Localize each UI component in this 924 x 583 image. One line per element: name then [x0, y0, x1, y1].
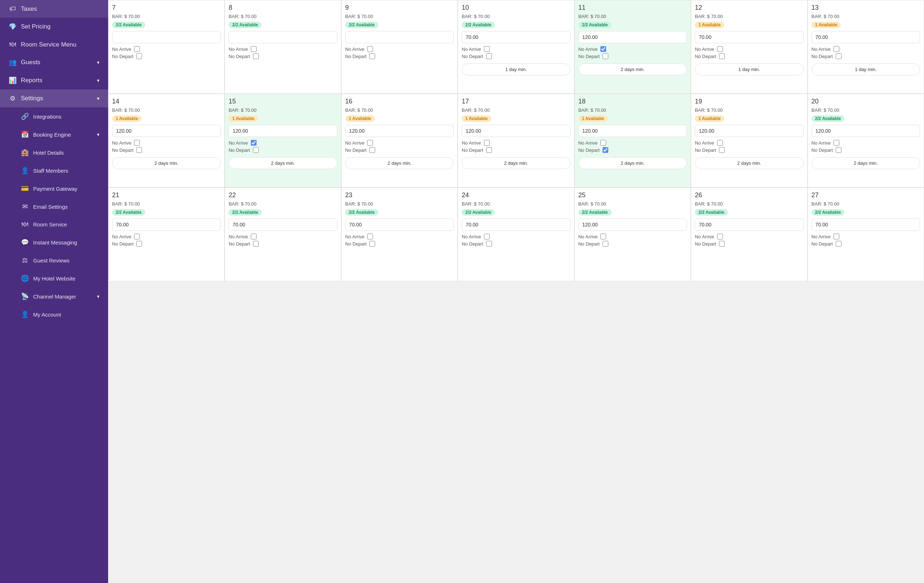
- price-input-17[interactable]: [462, 125, 570, 137]
- sidebar-item-payment-gateway[interactable]: 💳 Payment Gateway: [0, 180, 108, 198]
- no-depart-label-21: No Depart: [112, 241, 133, 247]
- price-input-22[interactable]: [228, 218, 337, 231]
- min-days-btn-11[interactable]: 2 days min.: [578, 63, 687, 75]
- min-days-btn-18[interactable]: 2 days min.: [578, 157, 687, 169]
- sidebar-item-room-service-menu[interactable]: 🍽 Room Service Menu: [0, 36, 108, 53]
- no-depart-checkbox-12[interactable]: [719, 53, 725, 59]
- no-depart-checkbox-27[interactable]: [836, 241, 842, 247]
- no-depart-checkbox-20[interactable]: [836, 147, 842, 153]
- no-arrive-checkbox-24[interactable]: [484, 234, 490, 239]
- no-depart-checkbox-11[interactable]: [602, 53, 608, 59]
- min-days-btn-15[interactable]: 2 days min.: [228, 157, 337, 169]
- no-arrive-checkbox-8[interactable]: [251, 46, 257, 52]
- sidebar-item-taxes[interactable]: 🏷 Taxes: [0, 0, 108, 18]
- sidebar-item-settings[interactable]: ⚙ Settings ▾: [0, 89, 108, 107]
- no-depart-checkbox-14[interactable]: [136, 147, 142, 153]
- no-arrive-checkbox-10[interactable]: [484, 46, 490, 52]
- no-arrive-checkbox-22[interactable]: [251, 234, 257, 239]
- no-arrive-checkbox-15[interactable]: [251, 140, 257, 146]
- no-depart-label-23: No Depart: [345, 241, 366, 247]
- sidebar-item-reports[interactable]: 📊 Reports ▾: [0, 71, 108, 89]
- no-depart-checkbox-22[interactable]: [253, 241, 259, 247]
- no-depart-checkbox-21[interactable]: [136, 241, 142, 247]
- price-input-12[interactable]: [695, 31, 803, 43]
- price-input-9[interactable]: [345, 31, 454, 43]
- no-depart-checkbox-24[interactable]: [486, 241, 492, 247]
- no-arrive-checkbox-20[interactable]: [833, 140, 839, 146]
- price-input-7[interactable]: [112, 31, 221, 43]
- min-days-btn-19[interactable]: 2 days min.: [695, 157, 803, 169]
- bar-price-7: BAR: $ 70.00: [112, 14, 221, 19]
- day-number-24: 24: [462, 192, 570, 199]
- price-input-25[interactable]: [578, 218, 687, 231]
- price-input-14[interactable]: [112, 125, 221, 137]
- no-depart-checkbox-10[interactable]: [486, 53, 492, 59]
- min-days-btn-17[interactable]: 2 days min.: [462, 157, 570, 169]
- sidebar-item-room-service[interactable]: 🍽 Room Service: [0, 216, 108, 233]
- no-arrive-checkbox-21[interactable]: [134, 234, 140, 239]
- no-arrive-checkbox-14[interactable]: [134, 140, 140, 146]
- no-arrive-checkbox-19[interactable]: [717, 140, 723, 146]
- min-days-btn-12[interactable]: 1 day min.: [695, 63, 803, 75]
- no-depart-checkbox-8[interactable]: [253, 53, 259, 59]
- price-input-23[interactable]: [345, 218, 454, 231]
- sidebar-item-instant-messaging[interactable]: 💬 Instant Messaging: [0, 233, 108, 251]
- price-input-27[interactable]: [812, 218, 920, 231]
- min-days-btn-20[interactable]: 2 days min.: [812, 157, 920, 169]
- sidebar-item-set-pricing[interactable]: 💎 Set Pricing: [0, 18, 108, 36]
- no-arrive-checkbox-12[interactable]: [717, 46, 723, 52]
- no-arrive-checkbox-17[interactable]: [484, 140, 490, 146]
- price-input-24[interactable]: [462, 218, 570, 231]
- no-arrive-checkbox-11[interactable]: [601, 46, 606, 52]
- price-input-13[interactable]: [812, 31, 920, 43]
- price-input-19[interactable]: [695, 125, 803, 137]
- no-arrive-checkbox-7[interactable]: [134, 46, 140, 52]
- price-input-15[interactable]: [228, 125, 337, 137]
- no-depart-checkbox-25[interactable]: [602, 241, 608, 247]
- sidebar-item-booking-engine[interactable]: 📅 Booking Engine ▾: [0, 126, 108, 144]
- price-input-11[interactable]: [578, 31, 687, 43]
- no-depart-checkbox-26[interactable]: [719, 241, 725, 247]
- no-arrive-checkbox-27[interactable]: [833, 234, 839, 239]
- no-depart-checkbox-23[interactable]: [370, 241, 375, 247]
- no-depart-checkbox-19[interactable]: [719, 147, 725, 153]
- no-arrive-checkbox-16[interactable]: [367, 140, 373, 146]
- no-arrive-checkbox-18[interactable]: [601, 140, 606, 146]
- min-days-btn-16[interactable]: 2 days min.: [345, 157, 454, 169]
- price-input-20[interactable]: [812, 125, 920, 137]
- min-days-btn-14[interactable]: 2 days min.: [112, 157, 221, 169]
- min-days-btn-10[interactable]: 1 day min.: [462, 63, 570, 75]
- sidebar-item-integrations[interactable]: 🔗 Integrations: [0, 107, 108, 126]
- no-arrive-checkbox-9[interactable]: [367, 46, 373, 52]
- price-input-10[interactable]: [462, 31, 570, 43]
- sidebar-item-channel-manager[interactable]: 📡 Channel Manager ▾: [0, 287, 108, 306]
- price-input-26[interactable]: [695, 218, 803, 231]
- no-arrive-checkbox-25[interactable]: [601, 234, 606, 239]
- no-depart-checkbox-16[interactable]: [370, 147, 375, 153]
- no-depart-checkbox-18[interactable]: [602, 147, 608, 153]
- price-input-8[interactable]: [228, 31, 337, 43]
- sidebar-item-guests[interactable]: 👥 Guests ▾: [0, 53, 108, 71]
- no-arrive-checkbox-13[interactable]: [833, 46, 839, 52]
- instant-messaging-icon: 💬: [21, 238, 29, 246]
- min-days-btn-13[interactable]: 1 day min.: [812, 63, 920, 75]
- sidebar-item-my-hotel-website[interactable]: 🌐 My Hotel Website: [0, 269, 108, 287]
- sidebar-item-email-settings[interactable]: ✉ Email Settings: [0, 198, 108, 216]
- no-depart-checkbox-15[interactable]: [253, 147, 259, 153]
- sidebar-item-guest-reviews[interactable]: ⚖ Guest Reviews: [0, 251, 108, 269]
- price-input-16[interactable]: [345, 125, 454, 137]
- price-input-18[interactable]: [578, 125, 687, 137]
- no-arrive-checkbox-23[interactable]: [367, 234, 373, 239]
- bar-price-12: BAR: $ 70.00: [695, 14, 803, 19]
- no-depart-checkbox-9[interactable]: [370, 53, 375, 59]
- availability-badge-9: 2/2 Available: [345, 21, 378, 28]
- price-input-21[interactable]: [112, 218, 221, 231]
- no-arrive-checkbox-26[interactable]: [717, 234, 723, 239]
- sidebar-item-staff-members[interactable]: 👤 Staff Members: [0, 162, 108, 180]
- no-depart-checkbox-13[interactable]: [836, 53, 842, 59]
- no-depart-checkbox-7[interactable]: [136, 53, 142, 59]
- sidebar-item-my-account[interactable]: 👤 My Account: [0, 306, 108, 324]
- no-depart-checkbox-17[interactable]: [486, 147, 492, 153]
- sidebar-item-hotel-details[interactable]: 🏨 Hotel Details: [0, 144, 108, 162]
- availability-badge-19: 1 Available: [695, 116, 724, 122]
